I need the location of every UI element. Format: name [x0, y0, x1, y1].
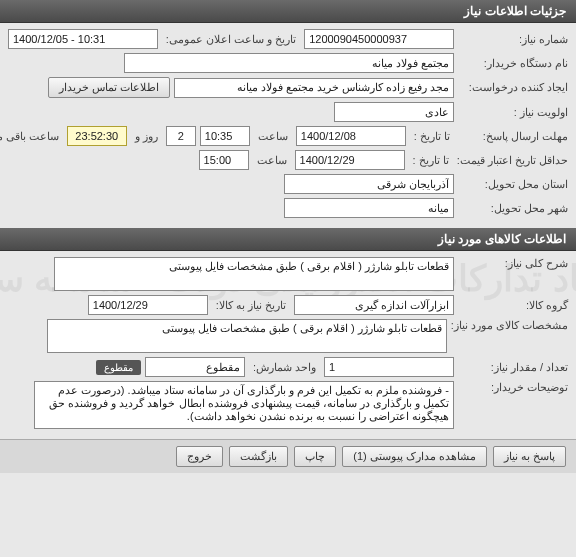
until-date-label-1: تا تاریخ : — [410, 130, 454, 143]
unit-field[interactable] — [145, 357, 245, 377]
announce-datetime-field[interactable] — [8, 29, 158, 49]
remaining-label: ساعت باقی مانده — [0, 130, 63, 143]
buyer-notes-label: توضیحات خریدار: — [458, 381, 568, 394]
back-button[interactable]: بازگشت — [229, 446, 288, 467]
print-button[interactable]: چاپ — [294, 446, 336, 467]
delivery-city-label: شهر محل تحویل: — [458, 202, 568, 215]
response-time-field[interactable] — [200, 126, 250, 146]
goods-group-label: گروه کالا: — [458, 299, 568, 312]
days-and-label: روز و — [131, 130, 162, 143]
delivery-province-field[interactable] — [284, 174, 454, 194]
price-validity-label: حداقل تاریخ اعتبار قیمت: — [457, 154, 568, 167]
until-date-label-2: تا تاریخ : — [409, 154, 453, 167]
quantity-label: تعداد / مقدار نیاز: — [458, 361, 568, 374]
quantity-field[interactable] — [324, 357, 454, 377]
button-bar: پاسخ به نیاز مشاهده مدارک پیوستی (1) چاپ… — [0, 439, 576, 473]
countdown-field — [67, 126, 127, 146]
buyer-contact-button[interactable]: اطلاعات تماس خریدار — [48, 77, 170, 98]
priority-label: اولویت نیاز : — [458, 106, 568, 119]
item-spec-field[interactable] — [47, 319, 447, 353]
need-date-label: تاریخ نیاز به کالا: — [212, 299, 290, 312]
delivery-city-field[interactable] — [284, 198, 454, 218]
response-date-field[interactable] — [296, 126, 406, 146]
time-label-2: ساعت — [253, 154, 291, 167]
need-date-field[interactable] — [88, 295, 208, 315]
validity-time-field[interactable] — [199, 150, 249, 170]
need-number-label: شماره نیاز: — [458, 33, 568, 46]
goods-info-header: اطلاعات کالاهای مورد نیاز — [0, 228, 576, 251]
delivery-province-label: استان محل تحویل: — [458, 178, 568, 191]
general-desc-label: شرح کلی نیاز: — [458, 257, 568, 270]
exit-button[interactable]: خروج — [176, 446, 223, 467]
details-header: جزئیات اطلاعات نیاز — [0, 0, 576, 23]
buyer-org-field[interactable] — [124, 53, 454, 73]
buyer-notes-field[interactable] — [34, 381, 454, 429]
buyer-org-label: نام دستگاه خریدار: — [458, 57, 568, 70]
validity-date-field[interactable] — [295, 150, 405, 170]
item-spec-label: مشخصات کالای مورد نیاز: — [451, 319, 568, 332]
response-days-field[interactable] — [166, 126, 196, 146]
requester-label: ایجاد کننده درخواست: — [458, 81, 568, 94]
time-label-1: ساعت — [254, 130, 292, 143]
priority-field[interactable] — [334, 102, 454, 122]
need-number-field[interactable] — [304, 29, 454, 49]
requester-field[interactable] — [174, 78, 454, 98]
general-desc-field[interactable] — [54, 257, 454, 291]
view-attachments-button[interactable]: مشاهده مدارک پیوستی (1) — [342, 446, 487, 467]
response-deadline-label: مهلت ارسال پاسخ: — [458, 130, 568, 143]
goods-group-field[interactable] — [294, 295, 454, 315]
respond-button[interactable]: پاسخ به نیاز — [493, 446, 566, 467]
announce-datetime-label: تاریخ و ساعت اعلان عمومی: — [162, 33, 300, 46]
unit-label: واحد شمارش: — [249, 361, 320, 374]
cut-badge: مقطوع — [96, 360, 141, 375]
